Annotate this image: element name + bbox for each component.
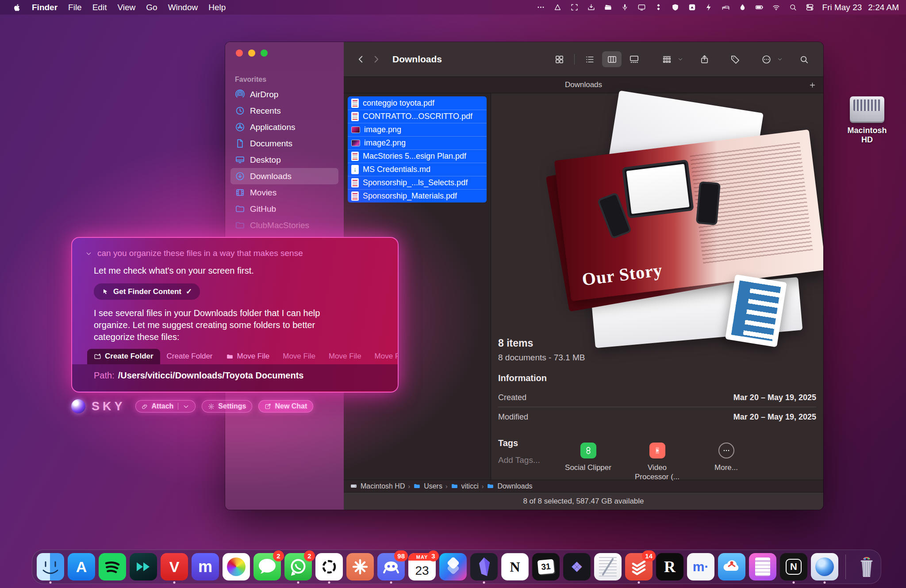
dock-icon-trash[interactable] [853,553,880,580]
menu-go[interactable]: Go [141,3,162,12]
ellipsis-icon[interactable] [537,3,545,11]
file-row[interactable]: MacStories 5...esign Plan.pdf [348,149,487,163]
tab-downloads[interactable]: Downloads [565,80,602,89]
dock-icon-matter[interactable]: m· [687,553,714,580]
dock-icon-cloud-app[interactable] [718,553,745,580]
menu-help[interactable]: Help [203,3,231,12]
drop-icon[interactable] [738,3,747,11]
dock-icon-finder[interactable] [37,553,64,580]
dock-icon-shortcuts[interactable] [439,553,467,580]
tags-button[interactable] [726,51,745,67]
dock-icon-music-player[interactable] [130,553,157,580]
mic-icon[interactable] [621,3,629,11]
sidebar-item-downloads[interactable]: Downloads [230,168,338,184]
breadcrumb-users[interactable]: Users [413,482,442,490]
wifi-icon[interactable] [772,3,780,11]
breadcrumb-macintosh-hd[interactable]: Macintosh HD [350,482,405,490]
settings-button[interactable]: Settings [202,400,252,412]
spotlight-icon[interactable] [789,3,797,11]
dock-icon-notes-app[interactable] [749,553,776,580]
chevron-down-icon[interactable] [183,403,189,410]
dock-icon-photos[interactable] [223,553,250,580]
breadcrumb-downloads[interactable]: Downloads [487,482,532,490]
dock-icon-messages[interactable]: 2 [253,553,281,580]
breadcrumb-viticci[interactable]: viticci [451,482,479,490]
sidebar-item-github[interactable]: GitHub [230,201,338,217]
control-center-icon[interactable] [806,3,814,11]
dock-icon-craft[interactable]: ❖ [563,553,591,580]
action-tab-move-file[interactable]: Move File [219,349,276,364]
dock-icon-starburst-app[interactable] [346,553,374,580]
sidebar-item-applications[interactable]: Applications [230,119,338,135]
action-tab-create-folder[interactable]: Create Folder [87,349,160,364]
display-icon[interactable] [637,3,646,11]
apple-menu[interactable] [7,3,27,12]
dock-icon-notion[interactable]: N [501,553,529,580]
dock-icon-text-editor[interactable] [594,553,622,580]
capture-icon[interactable] [570,3,579,11]
zoom-button[interactable] [261,50,268,57]
sidebar-item-clubmacstories[interactable]: ClubMacStories [230,217,338,233]
sidebar-item-recents[interactable]: Recents [230,103,338,119]
dock-icon-discord[interactable]: 98 [377,553,405,580]
close-button[interactable] [236,50,243,57]
action-tab-move-file[interactable]: Move File [322,349,368,364]
desktop-icon-macintosh-hd[interactable]: Macintosh HD [844,96,890,145]
deliveries-icon[interactable] [553,3,562,11]
search-button[interactable] [794,51,814,67]
dock-icon-app-store[interactable]: A [68,553,95,580]
dock-icon-todoist[interactable]: 14 [625,553,653,580]
dock-icon-obsidian[interactable] [470,553,498,580]
dock-icon-reader[interactable]: R [656,553,683,580]
keypad-icon[interactable] [688,3,696,11]
view-columns-icon[interactable] [602,51,622,67]
file-row[interactable]: CONTRATTO...OSCRITTO.pdf [348,110,487,123]
file-row[interactable]: Sponsorship_Materials.pdf [348,189,487,202]
menu-finder[interactable]: Finder [27,3,63,12]
sidebar-item-documents[interactable]: Documents [230,135,338,152]
menu-file[interactable]: File [63,3,87,12]
clapper-icon[interactable] [604,3,612,11]
file-row[interactable]: conteggio toyota.pdf [348,96,487,110]
battery-icon[interactable] [755,3,764,11]
menu-edit[interactable]: Edit [87,3,112,12]
file-row[interactable]: Sponsorship_...ls_Selects.pdf [348,176,487,189]
sidebar-item-airdrop[interactable]: AirDrop [230,86,338,103]
action-tab-create-folder[interactable]: Create Folder [160,349,219,364]
back-button[interactable] [353,52,369,67]
sidebar-item-desktop[interactable]: Desktop [230,152,338,168]
minimize-button[interactable] [248,50,255,57]
view-grid-icon[interactable] [549,51,569,67]
dock-icon-mastodon[interactable]: m [192,553,219,580]
action-tab-move-file[interactable]: Move File [368,349,399,364]
new-tab-button[interactable] [806,79,818,91]
new-chat-button[interactable]: New Chat [258,400,313,412]
quick-action-more[interactable]: More... [702,443,751,482]
file-row[interactable]: MS Credentials.md [348,163,487,176]
dock-icon-vivaldi[interactable]: V [161,553,188,580]
diamonds-icon[interactable] [654,3,663,11]
dock-icon-spotify[interactable] [99,553,126,580]
chevron-down-icon[interactable] [85,250,92,257]
menubar-date[interactable]: Fri May 23 [822,3,862,12]
view-gallery-icon[interactable] [624,51,644,67]
bed-icon[interactable] [722,3,730,11]
attach-button[interactable]: Attach [135,400,196,412]
dock-icon-calendar-31[interactable]: 31 [532,553,560,580]
file-row[interactable]: image2.png [348,136,487,149]
file-row[interactable]: image.png [348,123,487,136]
view-list-icon[interactable] [580,51,599,67]
share-button[interactable] [695,51,714,67]
forward-button[interactable] [369,52,384,67]
action-tab-move-file[interactable]: Move File [276,349,322,364]
menu-view[interactable]: View [112,3,141,12]
sidebar-item-movies[interactable]: Movies [230,184,338,201]
tray-icon[interactable] [587,3,595,11]
dock-icon-whatsapp[interactable]: 2 [284,553,312,580]
menubar-time[interactable]: 2:24 AM [868,3,899,12]
group-by-button[interactable] [657,51,683,67]
dock-icon-chatgpt[interactable] [315,553,343,580]
sky-logo-icon[interactable] [71,399,85,413]
quick-action-social[interactable]: Social Clipper [564,443,613,482]
dock-icon-netnewswire[interactable]: N [780,553,807,580]
